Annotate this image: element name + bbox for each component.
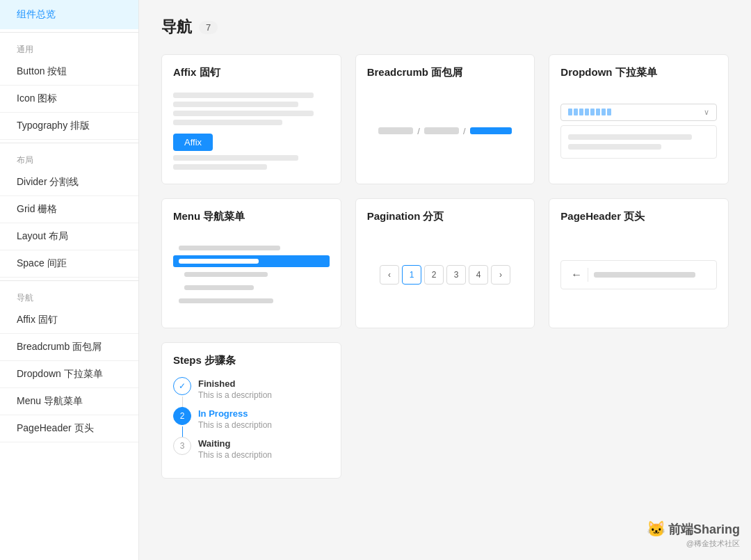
sidebar-item-grid[interactable]: Grid 栅格 (0, 196, 138, 223)
sidebar-divider (0, 32, 138, 33)
affix-line-1 (173, 93, 314, 98)
sidebar-item-layout[interactable]: Layout 布局 (0, 223, 138, 250)
dropdown-bar-8 (607, 109, 611, 115)
card-pagination-preview: ‹ 1 2 3 4 › (367, 233, 524, 317)
pag-page-4[interactable]: 4 (469, 265, 488, 285)
pag-page-1[interactable]: 1 (402, 265, 421, 285)
nav-badge: 7 (199, 21, 218, 34)
page-title: 导航 (161, 17, 192, 38)
menu-line-4 (184, 285, 254, 290)
dropdown-bar-3 (579, 109, 583, 115)
sidebar-divider-layout (0, 143, 138, 143)
dropdown-trigger[interactable]: ∨ (560, 104, 717, 121)
sidebar-item-button[interactable]: Button 按钮 (0, 58, 138, 86)
card-steps-title: Steps 步骤条 (173, 354, 330, 367)
sidebar-item-typography[interactable]: Typography 排版 (0, 113, 138, 140)
main-content: 导航 7 Affix 固钉 Affix Breadc (139, 0, 751, 560)
bc-sep-2: / (463, 126, 466, 136)
step-icon-2: 2 (173, 407, 191, 425)
dropdown-menu-line-2 (568, 144, 661, 150)
sidebar-item-breadcrumb[interactable]: Breadcrumb 面包屑 (0, 334, 138, 361)
card-dropdown-title: Dropdown 下拉菜单 (560, 66, 717, 79)
card-breadcrumb: Breadcrumb 面包屑 / / (355, 54, 535, 184)
sidebar-category-nav: 导航 (0, 284, 138, 307)
menu-item-2[interactable] (173, 255, 330, 267)
dropdown-bar-7 (601, 109, 606, 115)
bc-item-3 (470, 127, 512, 134)
card-pagination: Pagination 分页 ‹ 1 2 3 4 › (355, 198, 535, 328)
sidebar-active-item[interactable]: 组件总览 (0, 0, 138, 29)
watermark: 🐱 前端Sharing @稀金技术社区 (647, 520, 740, 549)
pagination-preview: ‹ 1 2 3 4 › (380, 251, 510, 298)
dropdown-menu-line-1 (568, 134, 692, 140)
affix-lines (173, 93, 330, 125)
pageheader-back-icon[interactable]: ← (571, 269, 582, 281)
sidebar-item-pageheader[interactable]: PageHeader 页头 (0, 415, 138, 442)
step-title-1: Finished (198, 378, 272, 389)
menu-line-2 (179, 259, 259, 264)
card-steps: Steps 步骤条 ✓ Finished This is a descripti… (161, 342, 341, 479)
sidebar-item-space[interactable]: Space 间距 (0, 250, 138, 278)
sidebar-item-divider[interactable]: Divider 分割线 (0, 169, 138, 196)
sidebar-item-dropdown[interactable]: Dropdown 下拉菜单 (0, 361, 138, 388)
card-affix: Affix 固钉 Affix (161, 54, 341, 184)
affix-line-5 (173, 155, 298, 161)
card-menu: Menu 导航菜单 (161, 198, 341, 328)
dropdown-menu-box (560, 125, 717, 159)
pageheader-line-1 (594, 272, 695, 278)
menu-line-1 (179, 246, 280, 250)
sidebar-divider-nav (0, 280, 138, 281)
sidebar-item-icon[interactable]: Icon 图标 (0, 86, 138, 113)
card-breadcrumb-title: Breadcrumb 面包屑 (367, 66, 524, 79)
menu-preview (173, 242, 330, 308)
affix-lines-bottom (173, 155, 330, 170)
affix-line-4 (173, 120, 282, 125)
card-affix-title: Affix 固钉 (173, 66, 330, 79)
sidebar: 组件总览 通用 Button 按钮 Icon 图标 Typography 排版 … (0, 0, 139, 560)
step-content-2: In Progress This is a description (198, 407, 272, 430)
card-menu-preview (173, 233, 330, 317)
step-desc-3: This is a description (198, 450, 272, 460)
menu-item-3[interactable] (173, 269, 330, 280)
dropdown-bar-1 (568, 109, 572, 115)
card-pagination-title: Pagination 分页 (367, 210, 524, 223)
pag-page-3[interactable]: 3 (446, 265, 466, 285)
step-content-3: Waiting This is a description (198, 437, 272, 460)
watermark-logo: 前端Sharing (668, 521, 740, 538)
sidebar-item-affix[interactable]: Affix 固钉 (0, 307, 138, 334)
card-pageheader-title: PageHeader 页头 (560, 210, 717, 223)
affix-line-6 (173, 164, 267, 170)
menu-item-1[interactable] (173, 242, 330, 254)
pag-prev[interactable]: ‹ (380, 265, 399, 285)
menu-line-5 (179, 298, 273, 303)
affix-line-3 (173, 111, 314, 116)
sidebar-category-general: 通用 (0, 35, 138, 58)
step-icon-1: ✓ (173, 377, 191, 395)
page-title-row: 导航 7 (161, 17, 729, 38)
step-title-2: In Progress (198, 408, 272, 419)
card-menu-title: Menu 导航菜单 (173, 210, 330, 223)
card-dropdown: Dropdown 下拉菜单 ∨ (549, 54, 729, 184)
card-affix-preview: Affix (173, 89, 330, 173)
dropdown-bar-2 (574, 109, 578, 115)
sidebar-item-menu[interactable]: Menu 导航菜单 (0, 388, 138, 415)
card-pageheader-preview: ← (560, 233, 717, 317)
dropdown-preview: ∨ (560, 104, 717, 159)
steps-preview: ✓ Finished This is a description 2 In Pr… (173, 377, 272, 467)
pag-next[interactable]: › (491, 265, 510, 285)
step-desc-2: This is a description (198, 420, 272, 430)
step-desc-1: This is a description (198, 390, 272, 400)
affix-button[interactable]: Affix (173, 134, 213, 151)
dropdown-bar-4 (585, 109, 589, 115)
cards-grid: Affix 固钉 Affix Breadcrumb 面包屑 (161, 54, 729, 479)
card-pageheader: PageHeader 页头 ← (549, 198, 729, 328)
menu-item-5[interactable] (173, 295, 330, 307)
dropdown-trigger-lines (568, 109, 611, 115)
pag-page-2[interactable]: 2 (424, 265, 444, 285)
pageheader-lines (594, 272, 706, 278)
watermark-sub: @稀金技术社区 (686, 538, 740, 549)
pageheader-divider (588, 268, 588, 282)
menu-item-4[interactable] (173, 282, 330, 294)
card-steps-preview: ✓ Finished This is a description 2 In Pr… (173, 377, 330, 467)
step-title-3: Waiting (198, 438, 272, 449)
